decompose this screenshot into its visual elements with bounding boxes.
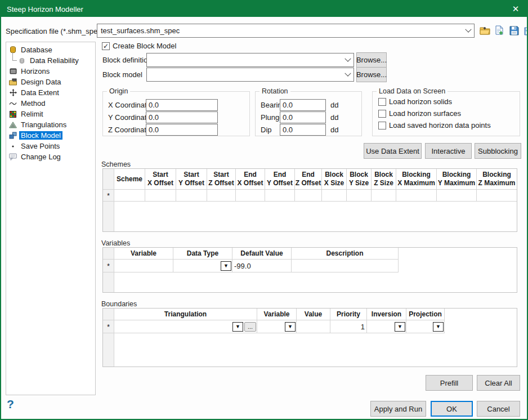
triangulation-cell: ... bbox=[114, 320, 257, 333]
triangulation-dropdown-icon[interactable] bbox=[232, 322, 243, 332]
chevron-down-icon bbox=[465, 26, 471, 32]
sidebar-item-horizons[interactable]: Horizons bbox=[8, 66, 95, 77]
schemes-label: Schemes bbox=[101, 160, 131, 168]
window-title: Steep Horizon Modeller bbox=[7, 5, 83, 14]
projection-dropdown-icon[interactable] bbox=[433, 322, 444, 332]
block-definition-combo[interactable] bbox=[146, 53, 354, 67]
schemes-table[interactable]: Scheme StartX Offset StartY Offset Start… bbox=[102, 168, 517, 232]
clear-all-button[interactable]: Clear All bbox=[477, 375, 520, 391]
variable-cell bbox=[114, 260, 173, 272]
block-definition-browse-button[interactable]: Browse... bbox=[356, 52, 387, 68]
boundaries-new-row[interactable]: * ... 1 bbox=[103, 320, 445, 333]
boundaries-table[interactable]: Triangulation Variable Value Priority In… bbox=[102, 308, 517, 367]
sidebar-item-data-reliability[interactable]: Data Reliability bbox=[8, 55, 95, 66]
load-horizon-solids-checkbox[interactable]: Load horizon solids bbox=[378, 97, 452, 106]
schemes-new-row[interactable]: * bbox=[103, 190, 517, 202]
load-data-group: Load Data on Screen Load horizon solids … bbox=[372, 91, 520, 136]
sidebar-item-block-model[interactable]: Block Model bbox=[8, 130, 95, 141]
load-saved-horizon-data-points-checkbox[interactable]: Load saved horizon data points bbox=[378, 121, 491, 129]
spec-file-combo[interactable]: test_surfaces.shm_spec bbox=[97, 24, 475, 38]
boundaries-label: Boundaries bbox=[101, 300, 137, 308]
row-marker: * bbox=[103, 190, 114, 202]
spec-file-label: Specification file (*.shm_spec) bbox=[6, 27, 104, 35]
inversion-dropdown-icon[interactable] bbox=[395, 322, 405, 332]
inversion-cell bbox=[367, 320, 406, 333]
sidebar-tree: Database Data Reliability Horizons Desig… bbox=[6, 42, 96, 395]
rotation-group: Rotation Bearing dd Plunge dd Dip dd bbox=[255, 91, 362, 136]
load-data-group-title: Load Data on Screen bbox=[377, 87, 448, 95]
checkbox-unchecked-icon bbox=[378, 122, 386, 129]
create-block-model-checkbox[interactable]: ✓ Create Block Model bbox=[102, 42, 176, 50]
rotation-group-title: Rotation bbox=[259, 87, 290, 95]
close-icon[interactable]: ✕ bbox=[504, 1, 527, 17]
title-bar: Steep Horizon Modeller ✕ bbox=[1, 1, 527, 17]
block-model-browse-button[interactable]: Browse... bbox=[356, 67, 387, 82]
cancel-button[interactable]: Cancel bbox=[477, 401, 520, 417]
z-coordinate-input[interactable] bbox=[146, 124, 218, 136]
plunge-input[interactable] bbox=[280, 111, 326, 123]
sidebar-item-method[interactable]: Method bbox=[8, 98, 95, 109]
sidebar-item-relimit[interactable]: Relimit bbox=[8, 109, 95, 119]
data-extent-icon bbox=[8, 88, 17, 97]
checkbox-unchecked-icon bbox=[378, 98, 386, 106]
sidebar-item-database[interactable]: Database bbox=[8, 44, 95, 55]
help-icon[interactable]: ? bbox=[7, 397, 14, 411]
apply-and-run-button[interactable]: Apply and Run bbox=[370, 401, 426, 417]
interactive-button[interactable]: Interactive bbox=[425, 143, 472, 159]
origin-group: Origin X Coordinate Y Coordinate Z Coord… bbox=[102, 91, 250, 136]
subblocking-button[interactable]: Subblocking bbox=[475, 143, 521, 159]
data-type-dropdown-icon[interactable] bbox=[221, 261, 231, 271]
x-coordinate-input[interactable] bbox=[146, 99, 218, 111]
save-as-icon[interactable] bbox=[523, 25, 528, 36]
block-definition-label: Block definition bbox=[102, 56, 151, 64]
block-model-icon bbox=[8, 131, 17, 140]
sidebar-item-triangulations[interactable]: Triangulations bbox=[8, 119, 95, 130]
save-points-icon bbox=[8, 142, 17, 151]
block-model-label: Block model bbox=[102, 70, 142, 79]
triangulation-browse-button[interactable]: ... bbox=[244, 322, 256, 332]
sidebar-item-save-points[interactable]: Save Points bbox=[8, 141, 95, 151]
sidebar-item-data-extent[interactable]: Data Extent bbox=[8, 87, 95, 98]
sidebar-item-design-data[interactable]: Design Data bbox=[8, 77, 95, 87]
use-data-extent-button[interactable]: Use Data Extent bbox=[364, 143, 422, 159]
data-type-cell bbox=[173, 260, 232, 272]
y-coordinate-label: Y Coordinate bbox=[108, 113, 151, 122]
x-coordinate-label: X Coordinate bbox=[108, 101, 151, 109]
checkbox-unchecked-icon bbox=[378, 110, 386, 118]
block-model-combo[interactable] bbox=[146, 68, 354, 82]
save-icon[interactable] bbox=[508, 25, 520, 36]
sidebar-item-change-log[interactable]: Change Log bbox=[8, 151, 95, 162]
data-reliability-icon bbox=[17, 56, 26, 65]
variables-corner-cell bbox=[103, 248, 114, 260]
design-data-icon bbox=[8, 78, 17, 87]
load-horizon-surfaces-checkbox[interactable]: Load horizon surfaces bbox=[378, 109, 461, 118]
dip-label: Dip bbox=[261, 126, 272, 134]
variables-table[interactable]: Variable Data Type Default Value Descrip… bbox=[102, 247, 517, 293]
dip-input[interactable] bbox=[280, 124, 326, 136]
create-block-model-label: Create Block Model bbox=[113, 42, 176, 50]
dip-unit: dd bbox=[330, 126, 338, 134]
prefill-button[interactable]: Prefill bbox=[426, 375, 473, 391]
schemes-corner-cell bbox=[103, 169, 114, 190]
projection-cell bbox=[406, 320, 445, 333]
variable-dropdown-icon[interactable] bbox=[285, 322, 296, 332]
plunge-unit: dd bbox=[330, 113, 338, 122]
spec-toolbar bbox=[479, 25, 528, 36]
change-log-icon bbox=[8, 153, 17, 162]
description-cell bbox=[292, 260, 399, 272]
origin-group-title: Origin bbox=[107, 87, 130, 95]
method-icon bbox=[8, 99, 17, 108]
open-file-icon[interactable] bbox=[479, 25, 490, 36]
chevron-down-icon bbox=[344, 55, 351, 61]
row-marker: * bbox=[103, 260, 114, 272]
row-marker: * bbox=[103, 320, 114, 333]
priority-cell: 1 bbox=[330, 320, 367, 333]
ok-button[interactable]: OK bbox=[431, 401, 473, 417]
new-spec-icon[interactable] bbox=[494, 25, 505, 36]
y-coordinate-input[interactable] bbox=[146, 111, 218, 123]
checkbox-checked-icon: ✓ bbox=[102, 42, 110, 50]
bearing-unit: dd bbox=[330, 101, 338, 109]
horizons-icon bbox=[8, 67, 17, 76]
variables-new-row[interactable]: * -99.0 bbox=[103, 260, 399, 272]
bearing-input[interactable] bbox=[280, 99, 326, 111]
